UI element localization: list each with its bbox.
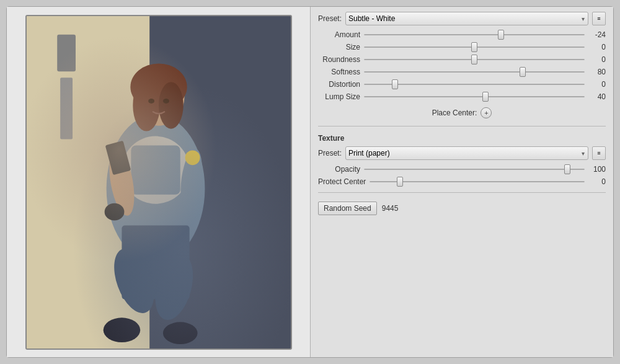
amount-slider-thumb[interactable] [498,30,504,40]
distortion-value: 0 [588,80,606,89]
svg-point-4 [133,66,184,125]
amount-slider-row: Amount -24 [318,30,606,39]
svg-rect-9 [131,145,180,194]
random-seed-row: Random Seed 9445 [318,202,606,215]
svg-rect-22 [57,34,76,71]
svg-point-21 [104,203,124,220]
lump-size-label: Lump Size [318,92,360,101]
svg-rect-0 [27,16,291,348]
size-label: Size [318,43,360,51]
svg-point-17 [162,322,197,344]
softness-slider-track[interactable] [364,68,585,76]
softness-slider-thumb[interactable] [520,67,526,77]
opacity-slider-row: Opacity 100 [318,165,606,174]
lump-size-slider-thumb[interactable] [482,92,489,102]
photo-frame [25,15,292,350]
svg-point-7 [159,82,184,128]
opacity-slider-track[interactable] [364,165,585,174]
vignette-preset-select[interactable]: Subtle - WhiteSubtle - BlackHeavy - Whit… [345,12,588,25]
distortion-label: Distortion [318,80,360,89]
texture-preset-select-wrapper: Print (paper)CanvasFilm GrainNone [345,146,588,160]
svg-rect-1 [149,16,291,348]
vignette-preset-row: Preset: Subtle - WhiteSubtle - BlackHeav… [318,12,606,25]
bottom-divider [318,192,606,193]
texture-preset-label: Preset: [318,149,342,158]
roundness-value: 0 [588,55,606,64]
roundness-slider-track[interactable] [364,55,585,64]
lump-size-slider-row: Lump Size 40 [318,92,606,101]
texture-preset-row: Preset: Print (paper)CanvasFilm GrainNon… [318,146,606,160]
svg-point-5 [130,63,187,110]
svg-rect-23 [60,78,73,139]
vignette-menu-button[interactable]: ≡ [592,12,606,25]
section-divider [318,126,606,127]
texture-menu-button[interactable]: ≡ [592,146,606,160]
svg-point-19 [148,99,154,104]
svg-point-10 [105,147,138,218]
svg-point-14 [106,243,162,319]
amount-label: Amount [318,30,360,39]
amount-slider-track[interactable] [364,30,585,39]
size-slider-thumb[interactable] [471,42,477,52]
svg-rect-2 [27,16,149,348]
protect-center-slider-thumb[interactable] [397,177,403,187]
roundness-slider-row: Roundness 0 [318,55,606,64]
vignette-preset-label: Preset: [318,14,342,23]
roundness-slider-thumb[interactable] [471,55,477,64]
softness-slider-row: Softness 80 [318,68,606,76]
controls-panel: Preset: Subtle - WhiteSubtle - BlackHeav… [311,7,613,357]
protect-center-slider-row: Protect Center 0 [318,177,606,186]
svg-point-8 [122,136,189,203]
place-center-row: Place Center: + [318,107,606,118]
vignette-preset-select-wrapper: Subtle - WhiteSubtle - BlackHeavy - Whit… [345,12,588,25]
size-value: 0 [588,43,606,51]
texture-section-header: Texture [318,134,606,143]
main-container: Preset: Subtle - WhiteSubtle - BlackHeav… [6,6,614,358]
svg-rect-12 [105,140,131,175]
random-seed-value: 9445 [382,204,399,213]
opacity-value: 100 [588,165,606,174]
size-slider-track[interactable] [364,43,585,51]
photo-image [27,16,291,348]
svg-rect-13 [122,225,189,299]
svg-point-16 [103,317,140,342]
svg-point-20 [162,99,169,104]
lump-size-value: 40 [588,92,606,101]
softness-slider-line [364,71,585,73]
protect-center-label: Protect Center [318,177,366,186]
distortion-slider-thumb[interactable] [392,79,398,89]
svg-point-6 [133,79,160,131]
place-center-button[interactable]: + [480,107,492,118]
lump-size-slider-line [364,96,585,97]
softness-label: Softness [318,68,360,76]
svg-point-18 [185,150,200,165]
random-seed-button[interactable]: Random Seed [318,202,377,215]
amount-slider-line [364,34,585,35]
protect-center-slider-track[interactable] [370,177,585,186]
opacity-slider-thumb[interactable] [564,164,570,174]
roundness-label: Roundness [318,55,360,64]
protect-center-value: 0 [588,177,606,186]
distortion-slider-row: Distortion 0 [318,80,606,89]
opacity-slider-line [364,169,585,170]
size-slider-row: Size 0 [318,43,606,51]
softness-value: 80 [588,68,606,76]
lump-size-slider-track[interactable] [364,92,585,101]
svg-point-15 [148,249,199,324]
texture-preset-select[interactable]: Print (paper)CanvasFilm GrainNone [345,146,588,160]
opacity-label: Opacity [318,165,360,174]
image-panel [7,7,311,357]
svg-point-3 [106,114,205,262]
amount-value: -24 [588,30,606,39]
distortion-slider-track[interactable] [364,80,585,89]
svg-point-11 [177,147,205,211]
place-center-label: Place Center: [432,109,477,117]
